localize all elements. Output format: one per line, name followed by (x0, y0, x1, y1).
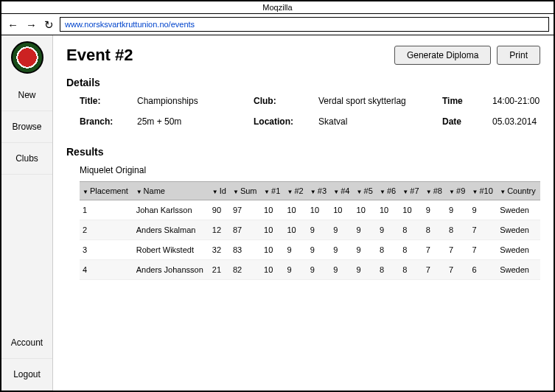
label-time: Time (442, 96, 486, 106)
table-cell: 7 (423, 240, 446, 260)
table-cell: 7 (469, 220, 497, 240)
table-cell: 8 (377, 260, 399, 280)
table-cell: 7 (423, 260, 446, 280)
sidebar-item-account[interactable]: Account (1, 327, 52, 359)
table-cell: 6 (469, 260, 497, 280)
table-cell: 12 (209, 220, 230, 240)
label-date: Date (442, 116, 486, 127)
sidebar-spacer (1, 175, 52, 327)
table-cell: 9 (307, 240, 330, 260)
col--2[interactable]: ▼#2 (284, 182, 307, 200)
table-cell: 9 (307, 220, 330, 240)
table-cell: 9 (307, 260, 330, 280)
sidebar-item-browse[interactable]: Browse (1, 111, 52, 143)
details-grid: Title: Championships Club: Verdal sport … (80, 96, 540, 127)
table-cell: 9 (330, 220, 353, 240)
table-cell: 10 (261, 240, 284, 260)
sidebar-item-logout[interactable]: Logout (1, 359, 52, 391)
table-cell: 8 (446, 220, 469, 240)
table-cell: 9 (377, 220, 399, 240)
action-buttons: Generate Diploma Print (394, 46, 540, 65)
table-cell: 4 (80, 260, 133, 280)
main-content: Event #2 Generate Diploma Print Details … (53, 35, 554, 391)
table-cell: 9 (423, 200, 446, 220)
table-row[interactable]: 3Robert Wikstedt328310999988777Sweden (80, 240, 540, 260)
window-title: Moqzilla (1, 1, 554, 14)
back-button[interactable]: ← (6, 19, 20, 30)
table-cell: 9 (330, 240, 353, 260)
table-cell: 2 (80, 220, 133, 240)
reload-button[interactable]: ↻ (43, 19, 55, 30)
url-input[interactable] (60, 17, 549, 32)
table-cell: 9 (354, 260, 377, 280)
page-header: Event #2 Generate Diploma Print (66, 46, 540, 65)
col--3[interactable]: ▼#3 (307, 182, 330, 200)
table-row[interactable]: 1Johan Karlsson909710101010101010999Swed… (80, 200, 540, 220)
sidebar-item-clubs[interactable]: Clubs (1, 143, 52, 175)
results-table: ▼Placement▼Name▼Id▼Sum▼#1▼#2▼#3▼#4▼#5▼#6… (80, 181, 540, 280)
table-cell: 3 (80, 240, 133, 260)
table-cell: 97 (230, 200, 261, 220)
table-cell: Robert Wikstedt (133, 240, 209, 260)
col-placement[interactable]: ▼Placement (80, 182, 133, 200)
table-cell: 9 (354, 240, 377, 260)
col-id[interactable]: ▼Id (209, 182, 230, 200)
table-cell: 8 (377, 240, 399, 260)
label-club: Club: (254, 96, 313, 106)
table-cell: 32 (209, 240, 230, 260)
table-row[interactable]: 4Anders Johansson218210999988776Sweden (80, 260, 540, 280)
col--1[interactable]: ▼#1 (261, 182, 284, 200)
details-heading: Details (66, 77, 540, 88)
table-cell: 1 (80, 200, 133, 220)
col-name[interactable]: ▼Name (133, 182, 209, 200)
table-cell: 82 (230, 260, 261, 280)
table-cell: 9 (446, 200, 469, 220)
page-title: Event #2 (66, 46, 133, 65)
body: New Browse Clubs Account Logout Event #2… (1, 35, 554, 391)
value-location: Skatval (318, 116, 436, 127)
label-location: Location: (254, 116, 313, 127)
table-cell: Sweden (497, 240, 540, 260)
col--10[interactable]: ▼#10 (469, 182, 497, 200)
col--4[interactable]: ▼#4 (330, 182, 353, 200)
table-cell: 87 (230, 220, 261, 240)
generate-diploma-button[interactable]: Generate Diploma (394, 46, 491, 65)
col-country[interactable]: ▼Country (497, 182, 540, 200)
print-button[interactable]: Print (497, 46, 540, 65)
table-cell: 9 (469, 200, 497, 220)
table-row[interactable]: 2Anders Skalman1287101099998887Sweden (80, 220, 540, 240)
results-subheading: Miquelet Original (80, 165, 540, 175)
value-branch: 25m + 50m (137, 116, 248, 127)
table-cell: 10 (307, 200, 330, 220)
browser-navbar: ← → ↻ (1, 14, 554, 35)
table-cell: 9 (284, 240, 307, 260)
site-logo (11, 41, 43, 74)
table-cell: Sweden (497, 220, 540, 240)
table-cell: 8 (399, 220, 422, 240)
table-head-row: ▼Placement▼Name▼Id▼Sum▼#1▼#2▼#3▼#4▼#5▼#6… (80, 182, 540, 200)
table-cell: 10 (330, 200, 353, 220)
col--6[interactable]: ▼#6 (377, 182, 399, 200)
table-cell: 10 (354, 200, 377, 220)
table-cell: 10 (261, 260, 284, 280)
table-cell: 10 (261, 220, 284, 240)
table-cell: 10 (377, 200, 399, 220)
table-cell: Sweden (497, 200, 540, 220)
table-cell: Anders Johansson (133, 260, 209, 280)
col--5[interactable]: ▼#5 (354, 182, 377, 200)
table-cell: 83 (230, 240, 261, 260)
table-cell: 8 (423, 220, 446, 240)
table-head: ▼Placement▼Name▼Id▼Sum▼#1▼#2▼#3▼#4▼#5▼#6… (80, 182, 540, 200)
table-cell: 10 (261, 200, 284, 220)
forward-button[interactable]: → (24, 19, 38, 30)
col--8[interactable]: ▼#8 (423, 182, 446, 200)
table-cell: 9 (284, 260, 307, 280)
col--9[interactable]: ▼#9 (446, 182, 469, 200)
sidebar-item-new[interactable]: New (1, 80, 52, 111)
label-title: Title: (80, 96, 131, 106)
table-cell: Johan Karlsson (133, 200, 209, 220)
col-sum[interactable]: ▼Sum (230, 182, 261, 200)
col--7[interactable]: ▼#7 (399, 182, 422, 200)
sidebar: New Browse Clubs Account Logout (1, 35, 53, 391)
table-cell: 7 (446, 260, 469, 280)
